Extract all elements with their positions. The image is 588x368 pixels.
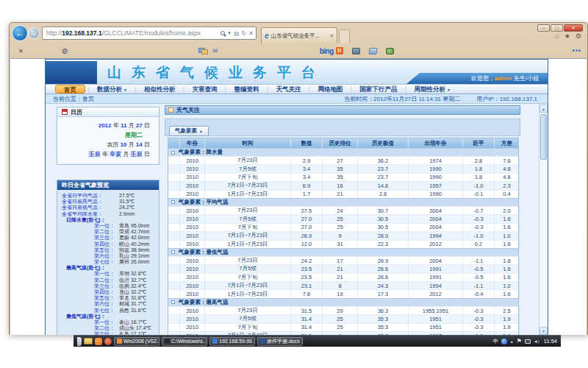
table-cell: 23.7 <box>358 165 409 172</box>
table-group-header[interactable]: 气象要素：降水量 <box>168 148 518 156</box>
tools-gear-icon[interactable]: ⚙ <box>576 32 581 40</box>
expand-box-icon[interactable] <box>171 200 175 204</box>
addon-icon-1[interactable] <box>352 48 360 54</box>
breadcrumb: 当前位置：首页 <box>53 95 94 103</box>
scroll-up-icon[interactable]: ▲ <box>539 105 548 113</box>
task-app-icon <box>260 339 265 344</box>
table-cell: 2.0 <box>495 207 520 214</box>
overview-rank-row: 第五位：招远 38.9mm <box>57 247 159 253</box>
ime-indicator[interactable]: 中 <box>493 338 498 345</box>
bing-d-icon[interactable]: D <box>336 47 343 54</box>
table-cell: 26.9 <box>358 257 409 264</box>
column-header: 出现年份 <box>409 138 463 148</box>
taskbar-task-button[interactable]: 192.168.59.99... <box>209 337 255 346</box>
overview-section-title: 最低气温(前七)： <box>57 314 159 319</box>
table-group-header[interactable]: 气象要素：最低气温 <box>168 248 518 256</box>
compatibility-view-icon[interactable]: ▤ <box>234 30 240 37</box>
favorites-star-icon[interactable]: ★ <box>564 32 570 40</box>
user-ip: 用户IP：192.168.137.1 <box>476 95 537 103</box>
nav-item-7[interactable]: 国家下行产品 <box>353 85 404 93</box>
table-group-header[interactable]: 气象要素：平均气温 <box>168 198 518 206</box>
expand-box-icon[interactable] <box>171 250 175 254</box>
back-button[interactable]: ← <box>12 25 28 41</box>
column-header: 年份 <box>180 138 205 148</box>
cards-icon[interactable] <box>198 47 209 54</box>
taskbar-task-button[interactable]: C:\Windows\s... <box>162 337 207 346</box>
table-cell: 29 <box>323 307 358 314</box>
nav-item-8[interactable]: 周期性分析▼ <box>407 85 456 94</box>
search-dropdown-icon[interactable]: ▼ <box>227 31 232 35</box>
show-hidden-icons[interactable]: ▲ <box>510 339 514 344</box>
nav-item-2[interactable]: 相似性分析 <box>137 85 182 93</box>
overview-rank-row: 第六位：乳山 29.1mm <box>57 253 159 259</box>
blocked-icon[interactable]: ⊘ <box>62 47 68 55</box>
row-spacer <box>168 207 180 214</box>
start-button[interactable] <box>77 337 82 346</box>
nav-item-3[interactable]: 灾害查询 <box>185 85 223 93</box>
addon-icon-3[interactable] <box>386 48 394 54</box>
overview-rank-row: 第二位：荣成 42.7mm <box>57 229 159 235</box>
table-cell: 31.5 <box>291 307 323 314</box>
close-button[interactable]: ✕ <box>564 24 583 32</box>
nav-item-0[interactable]: 首页 <box>55 85 85 93</box>
pinned-app-icon[interactable] <box>95 338 102 345</box>
row-spacer <box>168 274 180 281</box>
calendar-panel: 日历 2012 年 11 月 27 日星期二农历 10 月 14 日壬辰 年 辛… <box>57 107 159 165</box>
table-cell: -0.1 <box>463 191 495 198</box>
taskbar-task-button[interactable]: Win2008 (VS2... <box>114 337 159 346</box>
table-cell: 24.3 <box>358 282 409 289</box>
toolbar-close-icon[interactable]: ✕ <box>18 48 24 54</box>
minimize-button[interactable]: ─ <box>537 24 550 32</box>
addon-icon-2[interactable] <box>368 48 377 54</box>
new-tab-button[interactable] <box>339 29 350 43</box>
table-cell: 2010 <box>180 174 205 181</box>
page-scrollbar[interactable]: ▲ ▼ <box>539 105 548 335</box>
refresh-icon[interactable]: ↻ <box>242 30 247 37</box>
table-cell: 26.9 <box>291 232 323 239</box>
bing-logo[interactable]: bing <box>320 47 334 55</box>
home-icon[interactable]: ⌂ <box>555 32 559 40</box>
table-row: 20107月下旬31.42535.31951-0.31.9 <box>168 323 518 331</box>
table-row: 20107月下旬23.52126.61991-0.51.6 <box>168 273 518 281</box>
table-cell: -1.0 <box>463 232 495 239</box>
table-cell: 1.6 <box>495 274 520 281</box>
nav-item-1[interactable]: 数据分析▼ <box>90 85 134 94</box>
taskbar-task-button[interactable]: 操作手册.docx ... <box>257 337 303 346</box>
table-cell: 1.6 <box>495 224 520 231</box>
taskbar: Win2008 (VS2...C:\Windows\s...192.168.59… <box>74 335 561 347</box>
mail-icon[interactable]: ✉ <box>212 47 218 54</box>
expand-box-icon[interactable] <box>171 300 175 304</box>
explorer-icon[interactable] <box>84 338 93 344</box>
scrollbar-thumb[interactable] <box>540 114 547 160</box>
column-header: 数值 <box>291 138 323 148</box>
search-icon[interactable] <box>220 31 225 35</box>
table-group-header[interactable]: 气象要素：最高气温 <box>168 298 518 306</box>
table-cell: 9 <box>323 232 358 239</box>
more-options-icon[interactable]: ••• <box>573 47 581 54</box>
table-cell: 2010 <box>180 191 205 198</box>
sidebar: 日历 2012 年 11 月 27 日星期二农历 10 月 14 日壬辰 年 辛… <box>57 107 159 335</box>
tray-app-icon[interactable] <box>501 339 507 344</box>
tab-close-icon[interactable]: ✕ <box>330 33 334 39</box>
forward-button[interactable]: → <box>28 27 40 39</box>
browser-tab[interactable]: e 山东省气候业务平... ✕ <box>261 27 337 43</box>
stop-icon[interactable]: ✕ <box>248 30 254 37</box>
row-spacer <box>168 182 180 189</box>
media-player-icon[interactable] <box>104 338 112 345</box>
table-cell: 1.9 <box>495 324 520 331</box>
nav-item-6[interactable]: 网络地图 <box>311 85 349 93</box>
maximize-button[interactable]: ▢ <box>551 24 563 32</box>
table-cell: 1.7 <box>291 191 323 198</box>
action-center-flag-icon[interactable]: ⚑ <box>517 338 522 344</box>
network-icon[interactable] <box>525 339 531 344</box>
table-cell: -0.3 <box>463 315 495 322</box>
expand-box-icon[interactable] <box>171 151 175 155</box>
table-cell: 3.4 <box>291 174 323 181</box>
scroll-down-icon[interactable]: ▼ <box>539 327 548 335</box>
task-app-icon <box>165 339 170 344</box>
volume-icon[interactable]: ◄) <box>534 339 539 344</box>
address-bar[interactable]: http://192.168.137.1/GLCCLIMATE/modules/… <box>42 26 257 40</box>
element-filter-button[interactable]: 气象要素▲ <box>169 126 209 136</box>
nav-item-4[interactable]: 整编资料 <box>227 85 265 93</box>
nav-item-5[interactable]: 天气关注 <box>269 85 307 93</box>
